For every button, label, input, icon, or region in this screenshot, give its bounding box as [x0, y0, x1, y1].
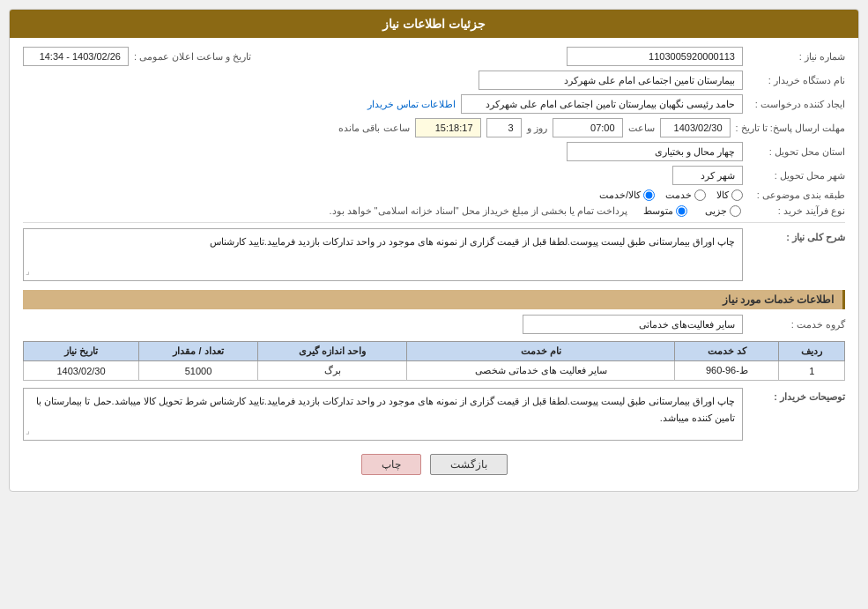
cell-vahed: برگ [257, 361, 406, 381]
mohlet-saat-value: 07:00 [553, 118, 623, 137]
tarikh-value: 1403/02/26 - 14:34 [23, 47, 129, 66]
radio-motevaset-input[interactable] [676, 205, 687, 217]
radio-motevaset[interactable]: متوسط [643, 205, 687, 217]
radio-jozi[interactable]: جزیی [705, 205, 741, 217]
back-button[interactable]: بازگشت [430, 454, 508, 475]
cell-radif: 1 [779, 361, 845, 381]
col-radif: ردیف [779, 342, 845, 361]
radio-jozi-input[interactable] [730, 205, 741, 217]
col-tarikh: تاریخ نیاز [24, 342, 139, 361]
ostan-label: استان محل تحویل : [748, 146, 845, 158]
mohlet-time-remaining: 15:18:17 [415, 118, 481, 137]
tarikh-label: تاریخ و ساعت اعلان عمومی : [134, 51, 251, 63]
tabaqe-label: طبقه بندی موضوعی : [748, 189, 845, 201]
nam-dastgah-value: بیمارستان تامین اجتماعی امام علی شهرکرد [479, 71, 743, 90]
cell-tarikh: 1403/02/30 [24, 361, 139, 381]
sharh-value: چاپ اوراق بیمارستانی طبق لیست پیوست.لطفا… [23, 228, 743, 281]
nam-dastgah-label: نام دستگاه خریدار : [748, 75, 845, 86]
nav-note: پرداخت تمام یا بخشی از مبلغ خریداز محل "… [329, 205, 627, 217]
grooh-value: سایر فعالیت‌های خدماتی [523, 315, 743, 334]
contact-link[interactable]: اطلاعات تماس خریدار [367, 99, 456, 110]
navoe-label: نوع فرآیند خرید : [748, 205, 845, 217]
radio-khedmat[interactable]: خدمت [665, 189, 706, 201]
ostan-value: چهار محال و بختیاری [567, 142, 743, 161]
toseeh-value: چاپ اوراق بیمارستانی طبق لیست پیوست.لطفا… [23, 388, 743, 441]
toseeh-label: توصیحات خریدار : [748, 388, 845, 403]
mohlet-rooz-label: روز و [527, 123, 547, 134]
services-table: ردیف کد خدمت نام خدمت واحد اندازه گیری ت… [23, 341, 845, 381]
shomara-niyaz-label: شماره نیاز : [748, 51, 845, 63]
col-name: نام خدمت [407, 342, 675, 361]
table-row: 1ط-96-960سایر فعالیت های خدماتی شخصیبرگ5… [24, 361, 845, 381]
shahr-label: شهر محل تحویل : [748, 170, 845, 182]
col-kod: کد خدمت [675, 342, 779, 361]
mohlet-remaining-label: ساعت باقی مانده [338, 123, 409, 134]
col-tedad: تعداد / مقدار [139, 342, 258, 361]
shomara-niyaz-value: 1103005920000113 [567, 47, 743, 66]
radio-kala-input[interactable] [731, 189, 743, 201]
radio-kala-khedmat-input[interactable] [643, 189, 655, 201]
khedmat-section-title: اطلاعات خدمات مورد نیاز [23, 290, 845, 309]
cell-name: سایر فعالیت های خدماتی شخصی [407, 361, 675, 381]
cell-kod: ط-96-960 [675, 361, 779, 381]
page-title: جزئیات اطلاعات نیاز [10, 10, 858, 38]
shahr-value: شهر کرد [672, 166, 743, 185]
ijad-konande-label: ایجاد کننده درخواست : [748, 99, 845, 110]
radio-kala[interactable]: کالا [716, 189, 743, 201]
sharh-label: شرح کلی نیاز : [748, 228, 845, 243]
mohlet-rooz-value: 3 [486, 118, 522, 137]
radio-kala-khedmat[interactable]: کالا/خدمت [599, 189, 655, 201]
col-vahed: واحد اندازه گیری [257, 342, 406, 361]
cell-tedad: 51000 [139, 361, 258, 381]
grooh-label: گروه خدمت : [748, 319, 845, 330]
mohlet-saat-label: ساعت [628, 123, 655, 134]
radio-khedmat-input[interactable] [694, 189, 706, 201]
print-button[interactable]: چاپ [361, 454, 421, 475]
mohlet-label: مهلت ارسال پاسخ: تا تاریخ : [736, 123, 845, 134]
bottom-buttons: بازگشت چاپ [23, 445, 845, 482]
ijad-konande-value: حامد رئیسی نگهبان بیمارستان تامین اجتماع… [461, 94, 743, 114]
mohlet-date: 1403/02/30 [660, 118, 731, 137]
